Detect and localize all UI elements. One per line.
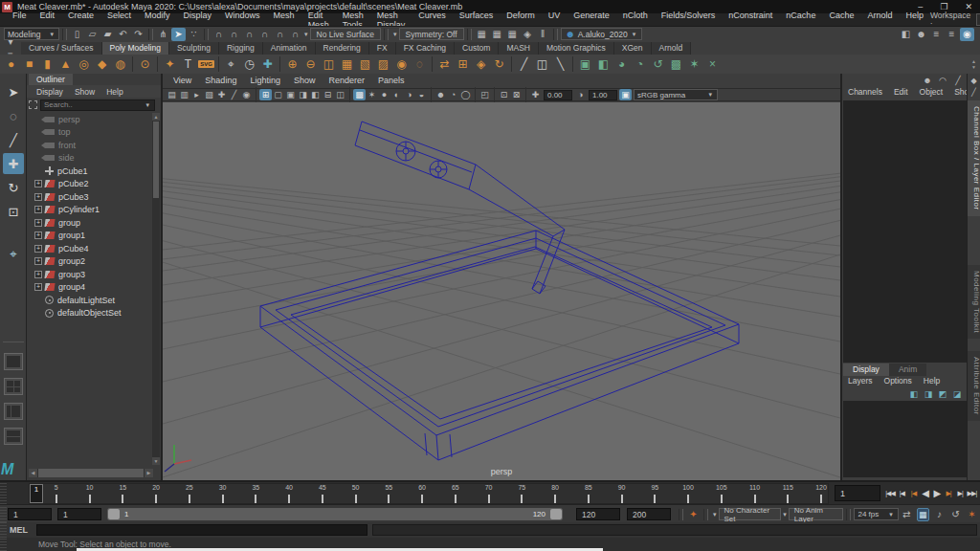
boolean-intersection-icon[interactable]: ▨ — [374, 55, 392, 73]
layer-tab-display[interactable]: Display — [843, 364, 889, 376]
outliner-item-group3[interactable]: +group3 — [27, 268, 154, 281]
layer-menu-layers[interactable]: Layers — [842, 376, 879, 388]
shelf-tab-fx[interactable]: FX — [369, 42, 396, 55]
make-live-surface-icon[interactable]: ◧ — [594, 55, 612, 73]
step-forward-frame-button[interactable]: ▶| — [954, 490, 966, 497]
motion-blur-icon[interactable]: ◑ — [403, 89, 415, 100]
fps-dropdown[interactable]: 24 fps▾ — [854, 508, 898, 520]
outliner-vertical-scrollbar[interactable]: ▲ ▼ — [152, 113, 160, 465]
poly-cylinder-icon[interactable]: ▮ — [38, 55, 56, 73]
scroll-left-icon[interactable]: ◀ — [29, 469, 37, 477]
edit-channels-icon[interactable]: ╱ — [952, 75, 964, 86]
shelf-tab-mash[interactable]: MASH — [499, 42, 539, 55]
channel-box-menu-object[interactable]: Object — [914, 87, 949, 99]
poly-sphere-icon[interactable]: ● — [2, 55, 20, 73]
shelf-tab-sculpting[interactable]: Sculpting — [169, 42, 219, 55]
viewport-canvas[interactable]: persp — [163, 102, 840, 480]
plugin-filter-icon[interactable]: ◒ — [415, 89, 428, 100]
shelf-tab-custom[interactable]: Custom — [455, 42, 499, 55]
select-by-object-icon[interactable]: ➤ — [171, 28, 186, 41]
texture-placement-icon[interactable]: ◯ — [459, 89, 472, 100]
snapshot-icon[interactable]: ◉ — [240, 89, 253, 100]
snap-to-point-icon[interactable]: ∩ — [242, 28, 256, 41]
expand-icon[interactable]: + — [34, 245, 42, 253]
shelf-tab-curves-surfaces[interactable]: Curves / Surfaces — [21, 42, 102, 55]
transfer-attributes-icon[interactable]: ▩ — [667, 55, 685, 73]
animation-end-field[interactable]: 200 — [627, 508, 671, 520]
rotate-tool[interactable]: ↻ — [3, 177, 24, 198]
shelf-tab-poly-modeling[interactable]: Poly Modeling — [102, 42, 169, 55]
last-tool-used[interactable]: ⌖ — [3, 244, 24, 265]
user-account-dropdown[interactable]: ☻ A.aluko_2020 ▾ — [561, 28, 643, 40]
default-material-icon[interactable]: ◧ — [309, 89, 322, 100]
outliner-item-top[interactable]: top — [27, 126, 154, 140]
viewport-menu-lighting[interactable]: Lighting — [243, 76, 287, 87]
go-to-start-button[interactable]: |◀◀ — [884, 490, 896, 497]
range-slider-grip[interactable] — [0, 505, 7, 522]
chevron-down-icon[interactable]: ▾ — [304, 31, 308, 38]
layer-tab-anim[interactable]: Anim — [889, 364, 926, 376]
chevron-down-icon[interactable]: ▾ — [783, 511, 787, 518]
expand-icon[interactable]: + — [34, 271, 42, 278]
expand-icon[interactable]: + — [34, 206, 42, 213]
paint-effects-icon[interactable]: ◔ — [447, 89, 459, 100]
outliner-horizontal-scrollbar[interactable]: ◀ ▶ — [29, 469, 153, 477]
current-frame-marker[interactable]: 1 — [30, 484, 43, 503]
connect-icon[interactable]: ◫ — [533, 55, 551, 73]
shelf-tab-animation[interactable]: Animation — [263, 42, 316, 55]
outliner-item-defaultobjectset[interactable]: defaultObjectSet — [27, 307, 154, 320]
shelf-tab-arnold[interactable]: Arnold — [652, 42, 692, 55]
outliner-item-pcube2[interactable]: +pCube2 — [27, 178, 154, 191]
time-slider-track[interactable]: 1 51015202530354045505560657075808590951… — [29, 483, 829, 504]
outliner-menu-help[interactable]: Help — [101, 87, 127, 97]
poly-torus-icon[interactable]: ◎ — [75, 55, 93, 73]
select-by-component-icon[interactable]: ∵ — [187, 28, 201, 41]
scroll-up-icon[interactable]: ▲ — [152, 113, 160, 121]
extract-icon[interactable]: ◫ — [320, 55, 338, 73]
outliner-item-pcube3[interactable]: +pCube3 — [27, 190, 154, 204]
auto-key-icon[interactable]: ✶ — [965, 508, 979, 521]
shelf-tab-rigging[interactable]: Rigging — [219, 42, 263, 55]
outliner-item-persp[interactable]: persp — [27, 113, 154, 126]
playback-start-field[interactable]: 1 — [57, 508, 101, 520]
sidebar-tab-modeling-toolkit[interactable]: Modeling Toolkit — [968, 265, 980, 339]
time-slider-grip[interactable] — [0, 482, 7, 504]
step-forward-key-button[interactable]: ▶| — [943, 490, 954, 497]
symmetry-field[interactable]: Symmetry: Off — [399, 28, 464, 40]
expand-icon[interactable]: + — [34, 219, 42, 227]
outliner-search-input[interactable]: Search..▾ — [40, 99, 155, 111]
ipr-render-icon[interactable]: ▦ — [490, 28, 504, 41]
viewport-menu-shading[interactable]: Shading — [198, 76, 243, 87]
outliner-menu-show[interactable]: Show — [70, 87, 100, 97]
zero-pivot-icon[interactable]: ✚ — [258, 55, 277, 73]
select-by-hierarchy-icon[interactable]: ⋔ — [156, 28, 170, 41]
layer-list-empty-area[interactable] — [843, 401, 967, 477]
pin-panel-icon[interactable]: ◆ — [969, 76, 979, 85]
new-layer-from-selected-icon[interactable]: ◪ — [951, 388, 963, 399]
poly-disc-icon[interactable]: ◍ — [111, 55, 129, 73]
playback-loop-icon[interactable]: ⇄ — [900, 508, 914, 521]
animation-preferences-icon[interactable]: ▦ — [917, 508, 929, 521]
viewport-menu-panels[interactable]: Panels — [371, 76, 412, 87]
snap-to-view-plane-icon[interactable]: ∩ — [273, 28, 287, 41]
relax-icon[interactable]: ◕ — [612, 55, 631, 73]
poly-type-icon[interactable]: T — [179, 55, 197, 73]
expand-icon[interactable]: + — [34, 180, 42, 187]
all-lights-icon[interactable]: ✶ — [366, 89, 378, 100]
average-vertices-icon[interactable]: ✶ — [685, 55, 703, 73]
grease-pencil-icon[interactable]: ╱ — [228, 89, 240, 100]
scale-tool[interactable]: ⊡ — [3, 201, 24, 222]
multi-cut-icon[interactable]: ╱ — [515, 55, 533, 73]
sidebar-tab-attribute-editor[interactable]: Attribute Editor — [968, 351, 980, 421]
layer-move-up-icon[interactable]: ◧ — [908, 388, 920, 399]
ambient-occlusion-icon[interactable]: ◐ — [390, 89, 403, 100]
tool-settings-toggle-icon[interactable]: ≡ — [945, 28, 959, 41]
mirror-icon[interactable]: ⇄ — [435, 55, 454, 73]
snap-to-grid-icon[interactable]: ∩ — [212, 28, 226, 41]
gamma-icon[interactable]: ◑ — [574, 89, 587, 100]
mute-audio-icon[interactable]: ♪ — [932, 508, 947, 521]
command-language-toggle[interactable]: MEL — [10, 525, 34, 535]
paste-view-icon[interactable]: ⊠ — [510, 89, 523, 100]
svg-tool-icon[interactable]: SVG — [197, 55, 215, 73]
file-new-icon[interactable]: ▯ — [70, 28, 84, 41]
